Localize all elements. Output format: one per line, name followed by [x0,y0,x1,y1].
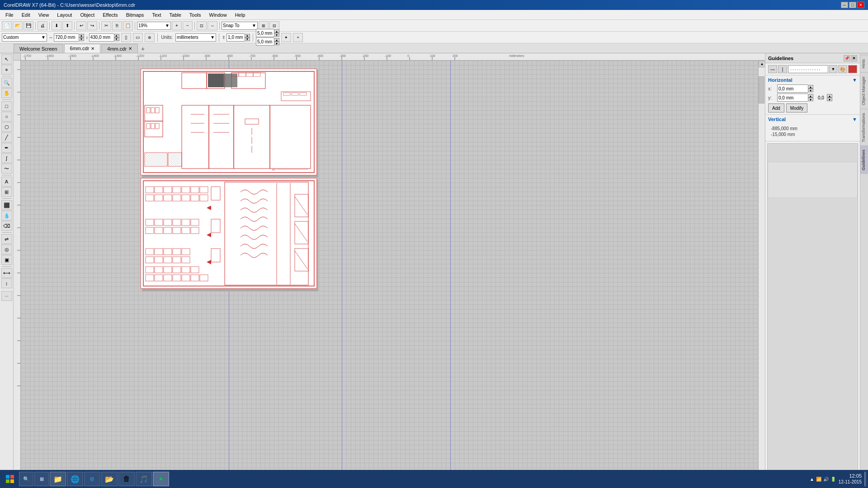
menu-view[interactable]: View [35,11,53,19]
guideline-item-1[interactable]: -885,000 mm [771,126,854,131]
new-btn[interactable]: 📄 [2,21,12,30]
guide-horiz-btn[interactable]: — [768,65,777,73]
height-down[interactable]: ▼ [114,38,119,41]
tray-up-arrow[interactable]: ▲ [810,477,814,482]
fit-page-btn[interactable]: ⊡ [197,21,207,30]
hints-tab[interactable]: Hints [860,55,868,72]
add-guide-btn[interactable]: Add [768,103,784,113]
tool-table[interactable]: ⊞ [1,187,12,197]
guide-color-btn[interactable]: 🎨 [838,65,847,73]
tool-eraser[interactable]: ⌫ [1,221,12,231]
portrait-btn[interactable]: ▯ [121,33,131,42]
units-dropdown[interactable]: millimeters ▼ [175,33,216,42]
height-input[interactable]: 430,0 mm [89,33,114,42]
guidelines-tab[interactable]: Guidelines [860,145,868,174]
tool-eyedropper[interactable]: 💧 [1,211,12,221]
tool-fill[interactable]: ⬛ [1,200,12,210]
horizontal-expand[interactable]: ▼ [852,77,857,83]
x-up[interactable]: ▲ [808,85,813,89]
save-btn[interactable]: 💾 [24,21,33,30]
transformations-tab[interactable]: Transformations [860,109,868,146]
fit-width-btn[interactable]: ↔ [208,21,217,30]
tool-contour[interactable]: ◎ [1,244,12,254]
tool-rect[interactable]: □ [1,101,12,111]
all-pages-btn[interactable]: ⊛ [145,33,155,42]
menu-tools[interactable]: Tools [186,11,205,19]
object-manager-tab[interactable]: Object Manager [860,72,868,109]
y-input[interactable] [777,94,808,102]
tool-polygon[interactable]: ⬡ [1,122,12,132]
menu-help[interactable]: Help [231,11,249,19]
nudge-down[interactable]: ▼ [245,38,250,41]
menu-edit[interactable]: Edit [18,11,34,19]
y-down[interactable]: ▼ [808,98,813,101]
snap-to-dropdown[interactable]: Snap To ▼ [222,22,258,30]
windows-start-btn[interactable] [2,471,18,487]
height-up[interactable]: ▲ [114,34,119,38]
apply-style-btn[interactable]: + [293,33,303,42]
duplicate-v-input[interactable]: 5,0 mm [256,38,274,46]
tool-bezier[interactable]: ∫ [1,153,12,163]
task-view-btn[interactable]: ⊞ [34,472,49,486]
copy-btn[interactable]: ⎘ [112,21,122,30]
folder-btn[interactable]: 📂 [101,472,118,486]
menu-object[interactable]: Object [76,11,98,19]
nudge-input[interactable]: 1,0 mm [226,33,245,42]
tool-shadow[interactable]: ▣ [1,255,12,265]
tab-close-4mm[interactable]: ✕ [128,46,132,51]
close-button[interactable]: ✕ [857,2,864,8]
v-scroll-track[interactable] [759,67,765,474]
tab-close-6mm[interactable]: ✕ [91,46,94,51]
zoom-out-btn[interactable]: − [183,21,193,30]
tool-zoom[interactable]: 🔍 [1,78,12,88]
tool-line[interactable]: ╱ [1,132,12,142]
menu-text[interactable]: Text [148,11,165,19]
preset-dropdown[interactable]: Custom ▼ [2,33,47,42]
guideline-item-2[interactable]: -15,000 mm [771,131,854,137]
v-scroll-thumb[interactable] [759,76,764,103]
cut-btn[interactable]: ✂ [101,21,111,30]
angle-up[interactable]: ▲ [827,94,832,98]
tab-6mm[interactable]: 6mm.cdr ✕ [64,44,101,53]
dup-v-up[interactable]: ▲ [274,38,279,42]
menu-layout[interactable]: Layout [53,11,75,19]
redo-btn[interactable]: ↪ [87,21,97,30]
file-explorer-btn[interactable]: 📁 [50,472,66,486]
clock[interactable]: 12:05 12-11-2015 [839,473,862,484]
ie-btn[interactable]: e [84,472,100,486]
width-down[interactable]: ▼ [79,38,84,41]
y-up[interactable]: ▲ [808,94,813,98]
landscape-btn[interactable]: ▭ [133,33,143,42]
modify-guide-btn[interactable]: Modify [786,103,807,113]
vertical-scrollbar[interactable]: ▲ ▼ [758,61,765,481]
menu-bitmaps[interactable]: Bitmaps [123,11,148,19]
x-input[interactable] [777,84,808,93]
menu-effects[interactable]: Effects [99,11,121,19]
tool-measure[interactable]: ↕ [1,278,12,288]
dup-v-down[interactable]: ▼ [274,42,279,45]
tool-blend[interactable]: ⇌ [1,234,12,244]
print-btn[interactable]: 🖨 [38,21,47,30]
tool-extra[interactable]: ··· [1,291,12,301]
search-btn[interactable]: 🔍 [19,472,33,486]
tool-freehand[interactable]: 〜 [1,164,12,174]
guide-style-dropdown[interactable]: - - - - - - - - - - - - - - [788,65,828,73]
panel-close-btn[interactable]: ✕ [851,55,857,61]
zoom-in-btn[interactable]: + [172,21,182,30]
tool-select[interactable]: ↖ [1,54,12,64]
recycle-btn[interactable]: 🗑 [118,472,135,486]
guide-style-arrow[interactable]: ▼ [829,65,837,73]
duplicate-h-input[interactable]: 5,0 mm [256,29,274,37]
maximize-button[interactable]: □ [849,2,856,8]
open-btn[interactable]: 📂 [13,21,23,30]
tool-text[interactable]: A [1,177,12,187]
dup-h-down[interactable]: ▼ [274,33,279,37]
page-upper[interactable]: PIT [141,69,317,175]
menu-table[interactable]: Table [166,11,185,19]
page-lower[interactable] [141,178,317,289]
minimize-button[interactable]: ─ [841,2,848,8]
menu-window[interactable]: Window [206,11,231,19]
chrome-btn[interactable]: 🌐 [67,472,83,486]
undo-btn[interactable]: ↩ [76,21,86,30]
tool-pen[interactable]: ✒ [1,143,12,153]
